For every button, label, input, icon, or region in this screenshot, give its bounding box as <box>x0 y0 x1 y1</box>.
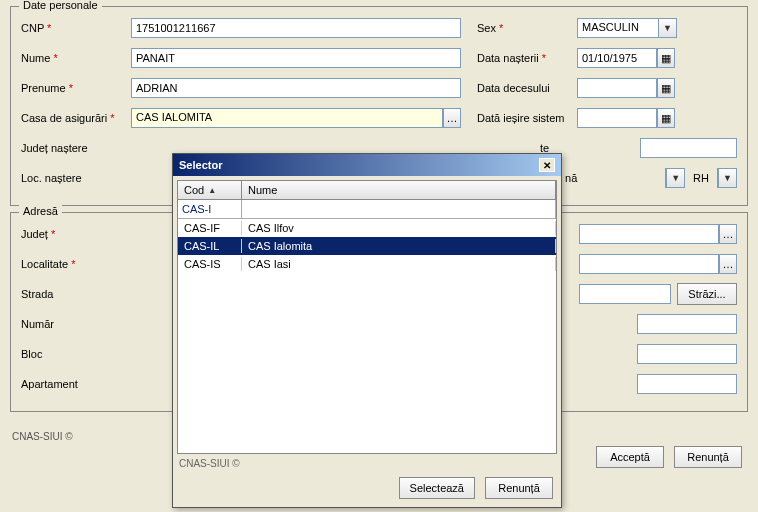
filter-nume-input[interactable] <box>242 200 556 218</box>
table-row[interactable]: CAS-IFCAS Ilfov <box>178 219 556 237</box>
cnp-input[interactable] <box>131 18 461 38</box>
selector-copyright: CNAS-SIUI © <box>173 458 561 469</box>
te-input[interactable] <box>640 138 737 158</box>
label-judet: Județ * <box>21 228 131 240</box>
col-header-nume[interactable]: Nume <box>242 181 556 199</box>
sex-combo[interactable]: MASCULIN ▼ <box>577 18 677 38</box>
label-data-nasterii: Data nașterii * <box>477 52 577 64</box>
cell-cod: CAS-IL <box>178 239 242 253</box>
selector-titlebar: Selector ✕ <box>173 154 561 176</box>
calendar-icon[interactable]: ▦ <box>657 48 675 68</box>
group-address-label: Adresă <box>19 205 62 217</box>
numar-input[interactable] <box>637 314 737 334</box>
accepta-button[interactable]: Acceptă <box>596 446 664 468</box>
judet-input[interactable] <box>579 224 719 244</box>
bloc-input[interactable] <box>637 344 737 364</box>
label-localitate: Localitate * <box>21 258 131 270</box>
label-nume: Nume * <box>21 52 131 64</box>
data-decesului-input[interactable] <box>577 78 657 98</box>
cell-nume: CAS Ialomita <box>242 239 556 253</box>
prenume-input[interactable] <box>131 78 461 98</box>
selector-renunta-button[interactable]: Renunță <box>485 477 553 499</box>
renunta-button[interactable]: Renunță <box>674 446 742 468</box>
label-sex: Sex * <box>477 22 577 34</box>
casa-combo[interactable]: CAS IALOMITA <box>131 108 443 128</box>
label-numar: Număr <box>21 318 131 330</box>
label-cnp: CNP * <box>21 22 131 34</box>
lookup-icon[interactable]: … <box>719 254 737 274</box>
selector-grid: Cod▲ Nume CAS-IFCAS IlfovCAS-ILCAS Ialom… <box>177 180 557 454</box>
col-header-cod[interactable]: Cod▲ <box>178 181 242 199</box>
sort-asc-icon: ▲ <box>208 186 216 195</box>
apartament-input[interactable] <box>637 374 737 394</box>
strada-input[interactable] <box>579 284 671 304</box>
label-partial-na: nă <box>565 172 585 184</box>
close-icon[interactable]: ✕ <box>539 158 555 172</box>
label-bloc: Bloc <box>21 348 131 360</box>
data-nasterii-input[interactable] <box>577 48 657 68</box>
table-row[interactable]: CAS-ILCAS Ialomita <box>178 237 556 255</box>
localitate-input[interactable] <box>579 254 719 274</box>
calendar-icon[interactable]: ▦ <box>657 78 675 98</box>
data-iesire-input[interactable] <box>577 108 657 128</box>
cell-nume: CAS Ilfov <box>242 221 556 235</box>
rh-combo[interactable]: ▼ <box>717 168 737 188</box>
label-data-decesului: Data decesului <box>477 82 577 94</box>
strazi-button[interactable]: Străzi... <box>677 283 737 305</box>
label-apartament: Apartament <box>21 378 131 390</box>
label-rh: RH <box>693 172 709 184</box>
cell-cod: CAS-IS <box>178 257 242 271</box>
cell-nume: CAS Iasi <box>242 257 556 271</box>
cell-cod: CAS-IF <box>178 221 242 235</box>
dropdown-icon[interactable]: ▼ <box>658 19 676 37</box>
label-data-iesire: Dată ieșire sistem <box>477 112 577 124</box>
lookup-icon[interactable]: … <box>719 224 737 244</box>
label-casa: Casa de asigurări * <box>21 112 131 124</box>
label-loc-nastere: Loc. naștere <box>21 172 131 184</box>
selector-dialog: Selector ✕ Cod▲ Nume CAS-IFCAS IlfovCAS-… <box>172 153 562 508</box>
table-row[interactable]: CAS-ISCAS Iasi <box>178 255 556 273</box>
lookup-icon[interactable]: … <box>443 108 461 128</box>
selector-title-text: Selector <box>179 159 222 171</box>
filter-row <box>178 200 556 219</box>
nume-input[interactable] <box>131 48 461 68</box>
label-judet-nastere: Județ naștere <box>21 142 131 154</box>
group-personal-label: Date personale <box>19 0 102 11</box>
copyright: CNAS-SIUI © <box>12 431 73 442</box>
label-strada: Strada <box>21 288 131 300</box>
filter-cod-input[interactable] <box>178 200 242 218</box>
select-button[interactable]: Selectează <box>399 477 475 499</box>
label-prenume: Prenume * <box>21 82 131 94</box>
na-combo[interactable]: ▼ <box>665 168 685 188</box>
calendar-icon[interactable]: ▦ <box>657 108 675 128</box>
